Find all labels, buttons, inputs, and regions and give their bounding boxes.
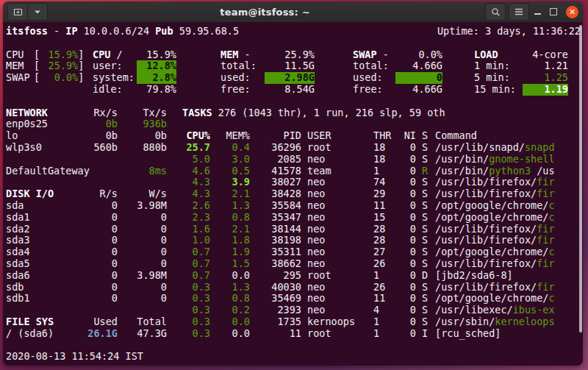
meter-panel: CPU [ 15.9% ] MEM [ 25.9% ] SWAP [ 0.0%	[6, 49, 84, 84]
task-pid: 36296	[250, 142, 301, 154]
task-nice: 0	[403, 293, 416, 305]
write-value: 0	[118, 282, 167, 293]
swap-stat-row: free: 4.66G	[353, 84, 442, 96]
state-column-header[interactable]: S	[422, 130, 432, 142]
read-header: R/s	[84, 188, 118, 200]
task-cpu: 0.7	[182, 270, 210, 282]
task-command: /usr/lib/firefox/fir	[435, 188, 583, 200]
write-value: 0	[118, 224, 167, 235]
task-mem: 3.0	[210, 154, 250, 166]
task-cpu: 0.3	[182, 293, 210, 305]
task-mem: 0.0	[210, 270, 250, 282]
search-button[interactable]	[485, 3, 506, 21]
task-nice: 0	[403, 200, 416, 212]
rx-value: 0b	[84, 130, 118, 142]
disk-title: DISK I/O	[6, 188, 84, 200]
load-stat-row: 15 min: 1.19	[474, 84, 568, 96]
task-nice: 0	[403, 270, 416, 282]
gateway-row: DefaultGateway 8ms	[6, 166, 167, 177]
mem-stat-row: free: 8.54G	[220, 84, 315, 96]
close-button[interactable]: ✕	[566, 6, 578, 18]
task-row: 1.6 2.1 38144 neo 28 0 S /usr/lib/firefo…	[182, 224, 583, 235]
task-user: neo	[307, 188, 373, 200]
task-command: /opt/google/chrome/c	[435, 293, 583, 305]
stat-label: free:	[353, 84, 395, 96]
interface-name: enp0s25	[6, 118, 84, 130]
pid-column-header[interactable]: PID	[250, 130, 301, 142]
load-panel-title: LOAD	[474, 49, 523, 61]
system-header-line: itsfoss - IP 10.0.0.6/24 Pub 59.95.68.5 …	[6, 26, 581, 38]
swap-stat-row: total: 4.66G	[353, 60, 442, 72]
task-state: S	[422, 224, 432, 235]
disk-row: sdb 0 0	[6, 282, 167, 293]
stat-label: idle:	[93, 84, 137, 96]
task-row: 0.3 1.3 40030 neo 26 0 S /usr/lib/firefo…	[182, 282, 583, 293]
read-value: 0	[84, 224, 118, 235]
cpu-column-header[interactable]: CPU%	[182, 130, 210, 142]
command-column-header[interactable]: Command	[435, 130, 583, 142]
write-value: 0	[118, 235, 167, 246]
task-pid: 41578	[250, 166, 301, 177]
swap-panel: SWAP - 0.0% total: 4.66G used: 0	[353, 49, 442, 96]
maximize-button[interactable]	[545, 4, 562, 20]
cpu-panel-title: CPU	[93, 49, 110, 60]
read-value: 0	[84, 246, 118, 258]
load-stat-row: 5 min: 1.25	[474, 72, 568, 84]
disk-panel: DISK I/O R/s W/s sda 0 3.98M sda1 0 0	[6, 188, 167, 305]
task-mem: 0.8	[210, 212, 250, 224]
task-row: 0.7 1.9 35311 neo 27 0 S /opt/google/chr…	[182, 246, 583, 258]
bracket-open: [	[34, 60, 40, 72]
network-row: lo 0b 0b	[6, 130, 167, 142]
stat-value: 8.54G	[265, 84, 315, 96]
tab-switcher-button[interactable]	[28, 3, 48, 21]
task-row: 5.0 3.0 2085 neo 18 0 S /usr/bin/gnome-s…	[182, 154, 583, 166]
hamburger-icon	[514, 8, 523, 15]
meter-value: 15.9%	[40, 49, 78, 61]
task-threads: 15	[373, 212, 403, 224]
task-user: kernoops	[307, 316, 373, 328]
read-value: 0	[84, 270, 118, 282]
tasks-summary-text: 276 (1043 thr), 1 run, 216 slp, 59 oth	[212, 107, 445, 119]
thr-column-header[interactable]: THR	[373, 130, 403, 142]
ip-label: IP	[65, 25, 77, 37]
stat-label: total:	[353, 60, 395, 72]
new-tab-button[interactable]	[7, 3, 28, 21]
filesystem-row: / (sda6) 26.1G 47.3G	[6, 328, 167, 340]
rx-value: 0b	[84, 118, 118, 130]
cpu-stat-row: idle: 79.8%	[93, 84, 176, 96]
task-nice: 0	[403, 235, 416, 246]
task-row: 0.3 0.0 1735 kernoops 1 0 S /usr/sbin/ke…	[182, 316, 583, 328]
scrollbar[interactable]	[579, 25, 582, 332]
task-state: S	[422, 212, 432, 224]
user-column-header[interactable]: USER	[307, 130, 373, 142]
mem-panel-title: MEM	[220, 49, 238, 60]
meter-row: MEM [ 25.9% ]	[6, 60, 84, 72]
task-state: S	[422, 235, 432, 246]
disk-name: sda4	[6, 246, 84, 258]
disk-row: sda1 0 0	[6, 212, 167, 224]
task-state: S	[422, 177, 432, 188]
disk-name: sda3	[6, 235, 84, 246]
minimize-button[interactable]	[529, 4, 545, 20]
task-command: /usr/bin/python3 /us	[435, 166, 583, 177]
tasks-title: TASKS	[182, 107, 212, 119]
task-command: /opt/google/chrome/c	[435, 200, 583, 212]
task-cpu: 1.0	[182, 235, 210, 246]
swap-stat-row: used: 0	[353, 72, 442, 84]
task-nice: 0	[403, 246, 416, 258]
write-value: 3.98M	[118, 200, 167, 212]
task-row: 0.3 0.2 2393 neo 4 0 S /usr/libexec/ibus…	[182, 305, 583, 316]
menu-button[interactable]	[509, 3, 529, 21]
rx-value: 560b	[84, 142, 118, 154]
stat-label: total:	[220, 60, 265, 72]
task-row: 2.3 0.8 35347 neo 15 0 S /opt/google/chr…	[182, 212, 583, 224]
task-pid: 38144	[250, 224, 301, 235]
task-cpu: 4.3	[182, 188, 210, 200]
read-value: 0	[84, 282, 118, 293]
task-mem: 0.8	[210, 293, 250, 305]
task-cpu: 0.3	[182, 328, 210, 340]
mem-column-header[interactable]: MEM%	[210, 130, 250, 142]
task-cpu: 25.7	[182, 142, 210, 154]
ni-column-header[interactable]: NI	[403, 130, 416, 142]
task-row: 0.3 0.8 35469 neo 11 0 S /opt/google/chr…	[182, 293, 583, 305]
